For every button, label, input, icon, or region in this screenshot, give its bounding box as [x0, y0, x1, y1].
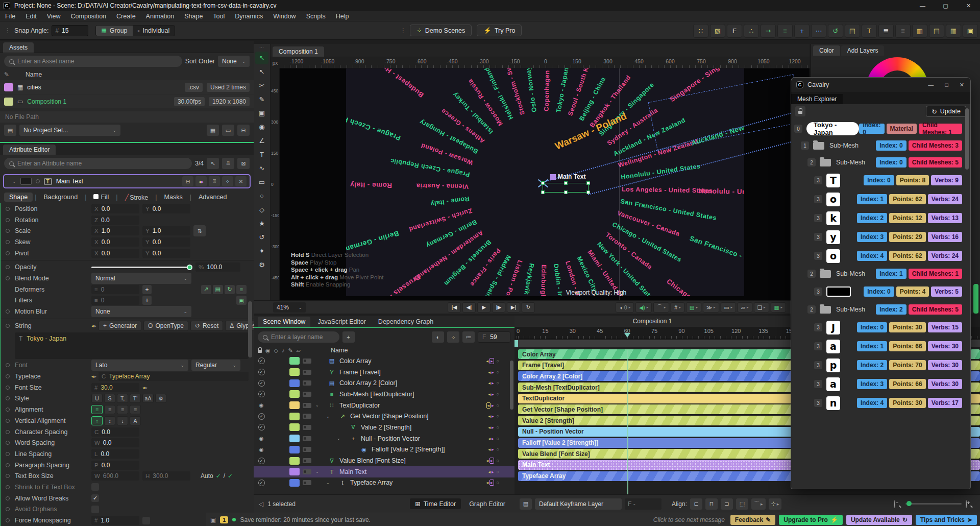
- filmstrip-icon[interactable]: ▤: [845, 24, 860, 38]
- align-layers-icon[interactable]: ≡: [777, 24, 793, 38]
- attr-field[interactable]: W0.0: [91, 438, 139, 447]
- layer-color-swatch[interactable]: [289, 401, 300, 409]
- comp-icon[interactable]: ▭: [222, 125, 234, 136]
- duplicate-icon[interactable]: ❏▸: [754, 302, 769, 313]
- path-tool[interactable]: ∿: [255, 162, 268, 175]
- align-center-icon[interactable]: ⊓: [705, 498, 718, 510]
- slice-tool[interactable]: ✂: [255, 79, 268, 92]
- playhead-marker[interactable]: [624, 333, 630, 338]
- tag-chip-icon[interactable]: [303, 358, 311, 364]
- layer-scrollbar[interactable]: [510, 361, 513, 410]
- keyframe-dot[interactable]: [6, 363, 10, 367]
- generator-button[interactable]: +Generator: [99, 321, 141, 331]
- layer-color-swatch[interactable]: [289, 357, 300, 365]
- skip-icon[interactable]: ≫▸: [703, 302, 719, 313]
- style-u-button[interactable]: U: [91, 394, 103, 403]
- keyframe-dot[interactable]: [6, 441, 10, 445]
- tag-chip-icon[interactable]: [303, 392, 311, 397]
- checkbox[interactable]: [91, 483, 99, 491]
- option-icon[interactable]: ▣: [236, 296, 247, 305]
- add-attribute-icon[interactable]: ≞: [222, 158, 234, 169]
- visibility-check-icon[interactable]: ✓: [254, 380, 269, 387]
- close-icon[interactable]: ✕: [235, 176, 247, 186]
- layer-color-filter-icon[interactable]: ◐: [432, 331, 444, 343]
- mesh-row[interactable]: 2Sub-MeshIndex: 1Child Meshes: 1: [794, 267, 962, 281]
- option-icon[interactable]: ↻: [225, 285, 235, 294]
- camera-tool[interactable]: ▣: [255, 107, 268, 119]
- visibility-dot[interactable]: [36, 179, 40, 183]
- style-s-button[interactable]: S: [104, 394, 115, 403]
- keyframe-arrows[interactable]: ◂▸○: [488, 447, 500, 452]
- align-3[interactable]: ≡: [130, 405, 141, 414]
- keyframe-arrows[interactable]: ◂▸○: [486, 402, 500, 409]
- keyframe-arrows[interactable]: ◂▸○: [486, 480, 500, 486]
- attr-field[interactable]: #30.0: [91, 383, 139, 392]
- attr-field[interactable]: Y0.0: [142, 249, 190, 258]
- auto-width-check[interactable]: ✓: [216, 472, 221, 480]
- layer-color-swatch[interactable]: [289, 413, 300, 420]
- sort-order-select[interactable]: None⌄: [218, 56, 250, 67]
- menu-animation[interactable]: Animation: [146, 13, 175, 20]
- frame-bounds-icon[interactable]: ⬚: [736, 498, 748, 510]
- align-2[interactable]: ≡: [117, 405, 128, 414]
- opacity-slider[interactable]: [91, 267, 190, 268]
- keyframe-dot[interactable]: [6, 507, 10, 511]
- attribute-layer-header[interactable]: ⌄ T Main Text ⊟ ◂▸ ⍗ ⁘ ✕: [3, 174, 251, 188]
- demo-scenes-button[interactable]: ⁘Demo Scenes: [410, 25, 472, 36]
- valign-3[interactable]: A: [130, 416, 141, 425]
- viewport-canvas[interactable]: Tokyo - JapanSeoul - South KoreaBeijing …: [280, 68, 810, 300]
- layer-row[interactable]: ✓∇Value Blend [Font Size]◂▸○: [254, 455, 514, 466]
- attr-field[interactable]: C0.0: [91, 427, 139, 437]
- measure-tool[interactable]: ∠: [255, 134, 268, 147]
- tag-chip-icon[interactable]: [303, 370, 311, 375]
- tag-counter[interactable]: ◖0▸: [616, 302, 634, 313]
- attr-field[interactable]: ≡0: [91, 285, 139, 294]
- tab-mesh-explorer[interactable]: Mesh Explorer: [791, 94, 843, 104]
- attr-field[interactable]: W600.0: [91, 471, 139, 481]
- attr-field[interactable]: %100.0: [195, 262, 240, 272]
- keyframe-dot[interactable]: [6, 419, 10, 423]
- reset-button[interactable]: ↺Reset: [190, 321, 223, 331]
- layer-row[interactable]: ✓∇Value 2 [Strength]◂▸○: [254, 422, 514, 433]
- keyframe-arrows[interactable]: ◂▸○: [488, 469, 500, 474]
- keyframe-dot[interactable]: [6, 452, 10, 456]
- mesh-row[interactable]: 3oIndex: 4Points: 62Verbs: 24: [794, 248, 962, 264]
- layer-color-swatch[interactable]: [289, 457, 300, 465]
- keyframe-dot[interactable]: [6, 485, 10, 489]
- font-weight-select[interactable]: Regular⌄: [191, 360, 240, 371]
- tab-graph-editor[interactable]: Graph Editor: [465, 499, 509, 509]
- select-tool[interactable]: ↖: [255, 52, 268, 64]
- camera-icon[interactable]: ▣: [963, 24, 978, 38]
- ae-tab-shape[interactable]: Shape: [4, 193, 33, 202]
- upgrade-to-pro-button[interactable]: Upgrade to Pro⚡: [779, 515, 843, 525]
- layer-color-swatch[interactable]: [289, 479, 300, 487]
- ae-tab-advanced[interactable]: Advanced: [193, 193, 232, 202]
- layer-row[interactable]: ✓≡Sub-Mesh [TextDuplicator]◂▸○: [254, 389, 514, 400]
- update-button[interactable]: ↻Update: [926, 106, 966, 117]
- layer-color-swatch[interactable]: [289, 423, 300, 431]
- mesh-row[interactable]: 2Sub-MeshIndex: 2Child Meshes: 5: [794, 302, 962, 317]
- clear-search-icon[interactable]: ⊠: [237, 158, 250, 169]
- typeface-field[interactable]: CTypeface Array: [99, 372, 249, 381]
- layer-color-swatch[interactable]: [289, 468, 300, 475]
- asset-color-swatch[interactable]: [4, 98, 13, 106]
- menu-dynamics[interactable]: Dynamics: [235, 13, 263, 20]
- checkbox[interactable]: [91, 506, 99, 513]
- bounds-icon[interactable]: ▭▸: [721, 302, 736, 313]
- transform-filter-icon[interactable]: ⁘: [447, 331, 459, 343]
- attr-dropdown[interactable]: Normal⌄: [91, 273, 191, 284]
- asset-row[interactable]: ▦cities.csvUsed 2 times: [0, 80, 254, 94]
- keyframe-dot[interactable]: [6, 207, 10, 211]
- keyframe-dot[interactable]: [6, 276, 10, 280]
- menu-help[interactable]: Help: [336, 13, 349, 20]
- layer-color-swatch[interactable]: [289, 435, 300, 442]
- mesh-row[interactable]: 3yIndex: 3Points: 29Verbs: 16: [794, 229, 962, 245]
- keyframe-arrows[interactable]: ◂▸: [142, 385, 148, 390]
- tab-dependency-graph[interactable]: Dependency Graph: [373, 317, 438, 327]
- ae-tab-background[interactable]: Background: [38, 193, 83, 202]
- update-available-button[interactable]: Update Available↻: [846, 515, 912, 525]
- eye-icon[interactable]: ◉: [254, 447, 269, 452]
- zoom-in-icon[interactable]: [966, 500, 973, 508]
- align-right-icon[interactable]: ⊐: [721, 498, 733, 510]
- keyframe-dot[interactable]: [6, 309, 10, 314]
